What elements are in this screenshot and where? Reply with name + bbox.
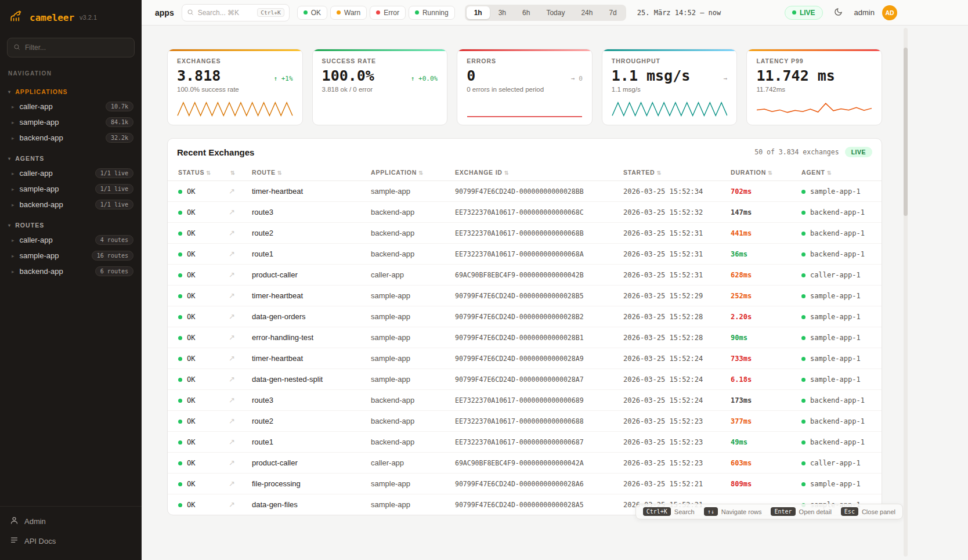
- section-title-routes[interactable]: ▾ROUTES: [0, 219, 142, 232]
- row-exchange-id: 90799F47E6CD24D-00000000000028BB: [449, 181, 617, 202]
- table-row[interactable]: OK ↗ data-gen-orders sample-app 90799F47…: [168, 306, 882, 327]
- table-row[interactable]: OK ↗ product-caller caller-app 69AC90BF8…: [168, 265, 882, 286]
- camel-logo-icon: [9, 9, 24, 26]
- row-status: OK: [187, 438, 195, 446]
- table-row[interactable]: OK ↗ timer-heartbeat sample-app 90799F47…: [168, 348, 882, 369]
- row-open-icon[interactable]: ↗: [229, 187, 235, 196]
- chevron-down-icon: ▾: [8, 223, 11, 228]
- row-duration: 173ms: [725, 390, 796, 411]
- time-range-1h[interactable]: 1h: [467, 6, 490, 19]
- sidebar-item-caller-app[interactable]: ▸ caller-app 10.7k: [0, 99, 142, 114]
- global-search[interactable]: Ctrl+K: [182, 4, 290, 21]
- sidebar-item-caller-app[interactable]: ▸ caller-app 1/1 live: [0, 165, 142, 181]
- status-filter-warn[interactable]: Warn: [330, 6, 367, 20]
- sidebar-item-sample-app[interactable]: ▸ sample-app 1/1 live: [0, 181, 142, 197]
- sidebar-item-backend-app[interactable]: ▸ backend-app 32.2k: [0, 130, 142, 146]
- footer-item-api-docs[interactable]: API Docs: [0, 531, 142, 551]
- row-exchange-id: 90799F47E6CD24D-00000000000028A6: [449, 474, 617, 494]
- sidebar-item-sample-app[interactable]: ▸ sample-app 84.1k: [0, 114, 142, 130]
- column-header-application[interactable]: APPLICATION⇅: [365, 164, 449, 181]
- sidebar-item-caller-app[interactable]: ▸ caller-app 4 routes: [0, 232, 142, 248]
- footer-item-admin[interactable]: Admin: [0, 511, 142, 531]
- sort-icon: ⇅: [230, 170, 235, 176]
- table-row[interactable]: OK ↗ timer-heartbeat sample-app 90799F47…: [168, 286, 882, 306]
- time-range-6h[interactable]: 6h: [515, 6, 537, 19]
- sidebar-item-backend-app[interactable]: ▸ backend-app 6 routes: [0, 263, 142, 279]
- row-open-icon[interactable]: ↗: [229, 375, 235, 384]
- column-header-agent[interactable]: AGENT⇅: [796, 164, 882, 181]
- table-row[interactable]: OK ↗ route1 backend-app EE7322370A10617-…: [168, 244, 882, 265]
- status-filter-ok[interactable]: OK: [297, 6, 327, 20]
- column-header-started[interactable]: STARTED⇅: [617, 164, 725, 181]
- scrollbar-thumb[interactable]: [904, 48, 908, 216]
- sidebar-item-backend-app[interactable]: ▸ backend-app 1/1 live: [0, 197, 142, 212]
- avatar[interactable]: AD: [882, 5, 897, 20]
- section-title-agents[interactable]: ▾AGENTS: [0, 153, 142, 165]
- row-open-icon[interactable]: ↗: [229, 479, 235, 488]
- scrollbar-track[interactable]: [904, 28, 908, 557]
- row-exchange-id: 69AC90BF8EBC4F9-000000000000042A: [449, 453, 617, 474]
- row-exchange-id: EE7322370A10617-000000000000068C: [449, 202, 617, 223]
- row-open-icon[interactable]: ↗: [229, 500, 235, 509]
- row-application: backend-app: [365, 390, 449, 411]
- table-row[interactable]: OK ↗ route3 backend-app EE7322370A10617-…: [168, 390, 882, 411]
- status-filter-error[interactable]: Error: [370, 6, 406, 20]
- row-status: OK: [187, 271, 195, 279]
- time-range-24h[interactable]: 24h: [573, 6, 600, 19]
- table-row[interactable]: OK ↗ data-gen-nested-split sample-app 90…: [168, 369, 882, 390]
- row-open-icon[interactable]: ↗: [229, 417, 235, 425]
- item-badge: 1/1 live: [95, 200, 133, 209]
- table-row[interactable]: OK ↗ route3 backend-app EE7322370A10617-…: [168, 202, 882, 223]
- table-row[interactable]: OK ↗ timer-heartbeat sample-app 90799F47…: [168, 181, 882, 202]
- chevron-down-icon: ▾: [8, 89, 11, 95]
- stat-value: 11.742 ms: [756, 67, 835, 84]
- row-route: file-processing: [246, 474, 365, 494]
- row-open-icon[interactable]: ↗: [229, 312, 235, 321]
- column-header-route[interactable]: ROUTE⇅: [246, 164, 365, 181]
- column-header-duration[interactable]: DURATION⇅: [725, 164, 796, 181]
- stat-value: 3.818: [177, 67, 221, 84]
- column-header-exchange-id[interactable]: EXCHANGE ID⇅: [449, 164, 617, 181]
- row-open-icon[interactable]: ↗: [229, 396, 235, 404]
- time-range-3h[interactable]: 3h: [491, 6, 514, 19]
- table-row[interactable]: OK ↗ route2 backend-app EE7322370A10617-…: [168, 223, 882, 244]
- row-open-icon[interactable]: ↗: [229, 208, 235, 216]
- agent-ok-dot: [801, 399, 806, 403]
- agent-ok-dot: [801, 336, 806, 340]
- sidebar-sections: ▾APPLICATIONS▸ caller-app 10.7k▸ sample-…: [0, 79, 142, 279]
- dark-mode-toggle[interactable]: [830, 5, 847, 21]
- row-agent: sample-app-1: [810, 355, 861, 363]
- row-open-icon[interactable]: ↗: [229, 250, 235, 258]
- chevron-right-icon: ▸: [12, 253, 15, 259]
- search-input[interactable]: [198, 9, 254, 17]
- column-header-status[interactable]: STATUS⇅: [168, 164, 223, 181]
- table-live-badge[interactable]: LIVE: [845, 147, 872, 157]
- time-range-7d[interactable]: 7d: [601, 6, 624, 19]
- sidebar-filter-input[interactable]: [25, 44, 128, 52]
- live-toggle[interactable]: LIVE: [785, 6, 823, 20]
- table-row[interactable]: OK ↗ file-processing sample-app 90799F47…: [168, 474, 882, 494]
- sidebar-item-sample-app[interactable]: ▸ sample-app 16 routes: [0, 248, 142, 263]
- row-open-icon[interactable]: ↗: [229, 229, 235, 237]
- row-open-icon[interactable]: ↗: [229, 354, 235, 363]
- table-row[interactable]: OK ↗ error-handling-test sample-app 9079…: [168, 327, 882, 348]
- row-open-icon[interactable]: ↗: [229, 333, 235, 342]
- table-row[interactable]: OK ↗ product-caller caller-app 69AC90BF8…: [168, 453, 882, 474]
- hint-kbd: Esc: [841, 507, 858, 516]
- status-filter-running[interactable]: Running: [409, 6, 455, 20]
- table-row[interactable]: OK ↗ route2 backend-app EE7322370A10617-…: [168, 411, 882, 432]
- row-open-icon[interactable]: ↗: [229, 458, 235, 467]
- section-title-applications[interactable]: ▾APPLICATIONS: [0, 86, 142, 99]
- row-open-icon[interactable]: ↗: [229, 438, 235, 446]
- sort-icon: ⇅: [504, 170, 509, 176]
- column-header-open[interactable]: ⇅: [223, 164, 246, 181]
- row-open-icon[interactable]: ↗: [229, 270, 235, 279]
- status-ok-dot: [178, 399, 182, 403]
- row-agent: caller-app-1: [810, 459, 861, 467]
- stats-grid: EXCHANGES 3.818 ↑ +1% 100.0% success rat…: [167, 49, 882, 125]
- table-row[interactable]: OK ↗ route1 backend-app EE7322370A10617-…: [168, 432, 882, 453]
- sidebar-filter[interactable]: [7, 38, 135, 57]
- row-open-icon[interactable]: ↗: [229, 291, 235, 300]
- time-range-today[interactable]: Today: [539, 6, 572, 19]
- row-application: caller-app: [365, 453, 449, 474]
